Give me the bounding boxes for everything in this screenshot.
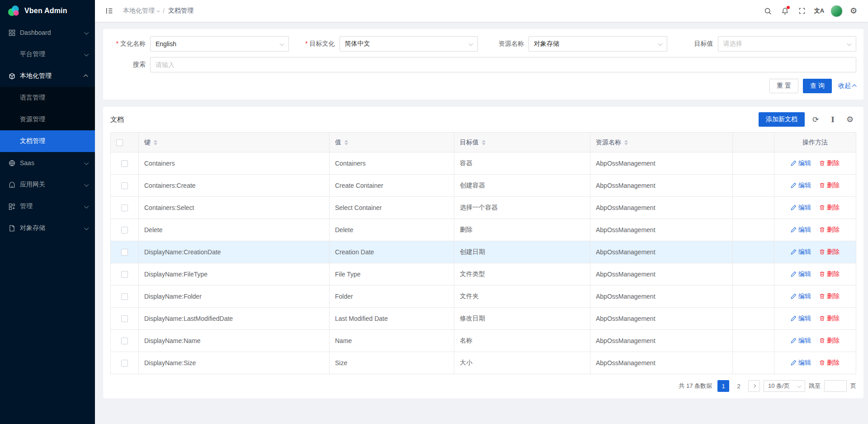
sidebar-item-saas[interactable]: Saas <box>0 152 95 174</box>
cell-actions: 编辑 删除 <box>774 286 856 308</box>
delete-button[interactable]: 删除 <box>819 204 840 212</box>
search-input[interactable] <box>150 57 856 72</box>
delete-button[interactable]: 删除 <box>819 226 840 234</box>
column-header-key[interactable]: 键 <box>139 133 330 152</box>
row-checkbox[interactable] <box>121 249 128 256</box>
column-header-empty <box>733 133 774 152</box>
query-button[interactable]: 查 询 <box>803 79 832 93</box>
sidebar-item-gateway[interactable]: 应用网关 <box>0 174 95 195</box>
edit-label: 编辑 <box>798 270 811 278</box>
table-row[interactable]: DisplayName:Name Name 名称 AbpOssManagemen… <box>111 330 856 352</box>
sidebar-item-management[interactable]: 管理 <box>0 195 95 217</box>
cell-value: Name <box>330 330 454 352</box>
edit-button[interactable]: 编辑 <box>791 314 811 323</box>
select-all-checkbox[interactable] <box>116 139 123 146</box>
table-row[interactable]: Containers Containers 容器 AbpOssManagemen… <box>111 152 856 175</box>
notification-bell-icon[interactable] <box>778 4 792 18</box>
sidebar-item-dashboard[interactable]: Dashboard <box>0 22 95 43</box>
table-row[interactable]: Delete Delete 删除 AbpOssManagement 编辑 删除 <box>111 219 856 241</box>
sidebar-item-localization[interactable]: 本地化管理 <box>0 65 95 87</box>
target-value-select[interactable]: 请选择 <box>718 36 857 52</box>
edit-button[interactable]: 编辑 <box>791 159 811 167</box>
select-value: 简体中文 <box>345 40 370 48</box>
cell-resource-name: AbpOssManagement <box>590 197 733 219</box>
cell-target-value: 容器 <box>454 152 590 175</box>
row-checkbox[interactable] <box>121 338 128 344</box>
edit-label: 编辑 <box>798 359 811 367</box>
delete-button[interactable]: 删除 <box>819 270 840 278</box>
cell-empty <box>733 263 774 286</box>
table-row[interactable]: DisplayName:LastModifiedDate Last Modifi… <box>111 308 856 330</box>
table-row[interactable]: DisplayName:Size Size 大小 AbpOssManagemen… <box>111 352 856 374</box>
settings-gear-icon[interactable]: ⚙ <box>846 4 861 18</box>
target-culture-select[interactable]: 简体中文 <box>340 36 478 52</box>
row-checkbox[interactable] <box>121 360 128 367</box>
edit-button[interactable]: 编辑 <box>791 181 811 190</box>
delete-button[interactable]: 删除 <box>819 359 840 367</box>
jump-page-input[interactable] <box>824 380 847 392</box>
delete-button[interactable]: 删除 <box>819 314 840 323</box>
dashboard-icon <box>8 29 15 36</box>
delete-button[interactable]: 删除 <box>819 248 840 256</box>
column-header-resource-name[interactable]: 资源名称 <box>590 133 733 152</box>
column-header-value[interactable]: 值 <box>330 133 454 152</box>
edit-button[interactable]: 编辑 <box>791 248 811 256</box>
user-avatar[interactable] <box>829 4 844 18</box>
row-checkbox[interactable] <box>121 271 128 278</box>
edit-button[interactable]: 编辑 <box>791 337 811 345</box>
row-checkbox[interactable] <box>121 293 128 300</box>
menu-fold-icon[interactable] <box>102 4 117 18</box>
column-header-target-value[interactable]: 目标值 <box>454 133 590 152</box>
culture-name-select[interactable]: English <box>150 36 289 52</box>
row-checkbox[interactable] <box>121 205 128 211</box>
cell-empty <box>733 330 774 352</box>
edit-button[interactable]: 编辑 <box>791 292 811 300</box>
row-checkbox-cell <box>111 308 139 330</box>
collapse-link[interactable]: 收起 <box>838 82 856 90</box>
delete-button[interactable]: 删除 <box>819 337 840 345</box>
refresh-icon[interactable]: ⟳ <box>809 113 822 126</box>
sidebar: Vben Admin Dashboard 平台管理 <box>0 0 95 424</box>
page-button-1[interactable]: 1 <box>717 380 729 392</box>
resource-name-select[interactable]: 对象存储 <box>528 36 667 52</box>
fullscreen-icon[interactable] <box>795 4 809 18</box>
translate-icon[interactable]: 文A <box>812 4 826 18</box>
row-checkbox[interactable] <box>121 182 128 189</box>
cell-empty <box>733 219 774 241</box>
table-row[interactable]: DisplayName:CreationDate Creation Date 创… <box>111 241 856 263</box>
sidebar-item-language-management[interactable]: 语言管理 <box>0 87 95 109</box>
table-card: 文档 添加新文档 ⟳ I ⚙ <box>103 107 863 398</box>
breadcrumb-item-localization[interactable]: 本地化管理 <box>123 7 159 15</box>
next-page-button[interactable] <box>748 380 760 392</box>
delete-button[interactable]: 删除 <box>819 181 840 190</box>
page-button-2[interactable]: 2 <box>733 380 745 392</box>
edit-button[interactable]: 编辑 <box>791 270 811 278</box>
chevron-down-icon <box>279 42 284 46</box>
table-tools: 添加新文档 ⟳ I ⚙ <box>759 112 856 127</box>
row-checkbox[interactable] <box>121 160 128 167</box>
sidebar-item-object-storage[interactable]: 对象存储 <box>0 217 95 239</box>
sidebar-item-resource-management[interactable]: 资源管理 <box>0 109 95 130</box>
edit-button[interactable]: 编辑 <box>791 226 811 234</box>
sidebar-item-document-management[interactable]: 文档管理 <box>0 130 95 152</box>
column-settings-gear-icon[interactable]: ⚙ <box>844 113 856 126</box>
logo[interactable]: Vben Admin <box>0 0 95 22</box>
table-row[interactable]: Containers:Select Select Container 选择一个容… <box>111 197 856 219</box>
table-row[interactable]: Containers:Create Create Container 创建容器 … <box>111 175 856 197</box>
add-document-button[interactable]: 添加新文档 <box>759 112 805 127</box>
edit-button[interactable]: 编辑 <box>791 204 811 212</box>
table-header-row: 键 值 目标值 资源名 <box>111 133 856 152</box>
delete-button[interactable]: 删除 <box>819 292 840 300</box>
reset-button[interactable]: 重 置 <box>769 79 798 93</box>
page-size-select[interactable]: 10 条/页 <box>764 380 805 392</box>
table-row[interactable]: DisplayName:FileType File Type 文件类型 AbpO… <box>111 263 856 286</box>
sidebar-item-platform[interactable]: 平台管理 <box>0 43 95 65</box>
sidebar-item-label: 管理 <box>20 202 85 210</box>
row-checkbox[interactable] <box>121 227 128 233</box>
search-icon[interactable] <box>760 4 775 18</box>
row-height-icon[interactable]: I <box>826 113 839 126</box>
delete-button[interactable]: 删除 <box>819 159 840 167</box>
table-row[interactable]: DisplayName:Folder Folder 文件夹 AbpOssMana… <box>111 286 856 308</box>
edit-button[interactable]: 编辑 <box>791 359 811 367</box>
row-checkbox[interactable] <box>121 315 128 322</box>
